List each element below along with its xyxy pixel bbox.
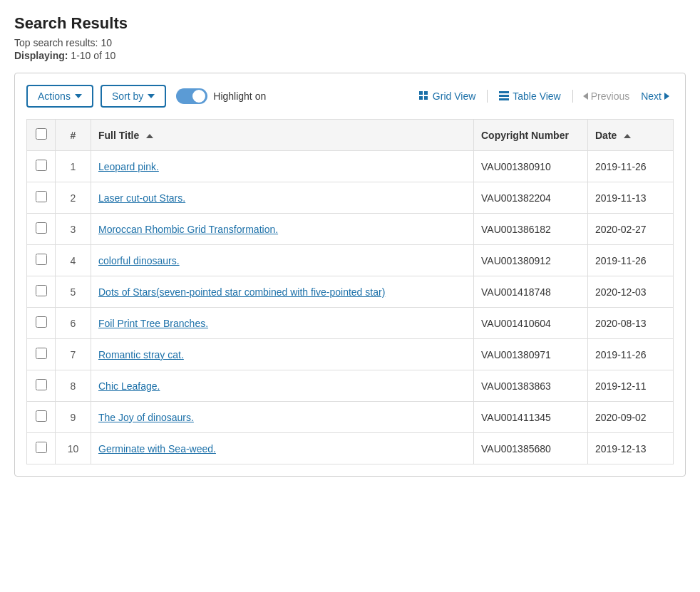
- grid-view-button[interactable]: Grid View: [413, 88, 481, 105]
- results-table: # Full Title Copyright Number Date: [26, 119, 674, 464]
- table-row: 2Laser cut-out Stars.VAU0013822042019-11…: [27, 182, 674, 214]
- actions-chevron-icon: [75, 94, 82, 98]
- row-checkbox-cell: [27, 182, 56, 214]
- row-title-link[interactable]: Germinate with Sea-weed.: [98, 443, 216, 455]
- table-row: 9The Joy of dinosaurs.VAU0014113452020-0…: [27, 402, 674, 433]
- row-checkbox[interactable]: [36, 379, 47, 390]
- row-checkbox[interactable]: [36, 442, 47, 453]
- table-wrapper: # Full Title Copyright Number Date: [26, 119, 674, 464]
- row-title: colorful dinosaurs.: [91, 245, 474, 276]
- row-checkbox-cell: [27, 151, 56, 182]
- page-title: Search Results: [14, 14, 686, 33]
- row-checkbox[interactable]: [36, 316, 47, 328]
- row-number: 1: [56, 151, 91, 182]
- row-title: Foil Print Tree Branches.: [91, 308, 474, 339]
- view-divider: [487, 90, 488, 103]
- table-row: 8Chic Leafage.VAU0013838632019-12-11: [27, 370, 674, 402]
- row-title-link[interactable]: Laser cut-out Stars.: [98, 192, 185, 204]
- table-view-button[interactable]: Table View: [493, 88, 566, 105]
- row-title: Dots of Stars(seven-pointed star combine…: [91, 276, 474, 308]
- row-title-link[interactable]: Leopard pink.: [98, 161, 159, 172]
- header-checkbox-cell: [27, 120, 56, 151]
- row-title-link[interactable]: Moroccan Rhombic Grid Transformation.: [98, 224, 278, 235]
- grid-icon: [419, 91, 429, 101]
- row-checkbox[interactable]: [36, 285, 47, 296]
- actions-button[interactable]: Actions: [26, 85, 93, 108]
- header-full-title[interactable]: Full Title: [91, 120, 474, 151]
- row-checkbox[interactable]: [36, 410, 47, 422]
- row-checkbox[interactable]: [36, 191, 47, 202]
- row-title: Chic Leafage.: [91, 370, 474, 402]
- table-row: 5Dots of Stars(seven-pointed star combin…: [27, 276, 674, 308]
- row-copyright: VAU001380971: [474, 339, 588, 370]
- row-title: Romantic stray cat.: [91, 339, 474, 370]
- row-title-link[interactable]: Romantic stray cat.: [98, 349, 184, 360]
- row-number: 10: [56, 433, 91, 464]
- row-date: 2019-12-13: [588, 433, 674, 464]
- row-number: 3: [56, 214, 91, 245]
- row-copyright: VAU001382204: [474, 182, 588, 214]
- svg-rect-4: [499, 91, 509, 93]
- table-header: # Full Title Copyright Number Date: [27, 120, 674, 151]
- sort-by-button[interactable]: Sort by: [101, 85, 166, 108]
- highlight-toggle-wrapper: Highlight on: [176, 88, 266, 104]
- row-checkbox-cell: [27, 402, 56, 433]
- row-checkbox[interactable]: [36, 222, 47, 234]
- row-title-link[interactable]: Dots of Stars(seven-pointed star combine…: [98, 286, 385, 298]
- row-title-link[interactable]: The Joy of dinosaurs.: [98, 412, 194, 423]
- toolbar-right: Grid View Table View Previous Next: [413, 88, 674, 105]
- table-row: 3Moroccan Rhombic Grid Transformation.VA…: [27, 214, 674, 245]
- row-title-link[interactable]: Foil Print Tree Branches.: [98, 318, 208, 329]
- table-row: 6Foil Print Tree Branches.VAU00141060420…: [27, 308, 674, 339]
- row-checkbox[interactable]: [36, 254, 47, 265]
- header-date[interactable]: Date: [588, 120, 674, 151]
- row-title-link[interactable]: Chic Leafage.: [98, 380, 160, 392]
- row-number: 6: [56, 308, 91, 339]
- select-all-checkbox[interactable]: [36, 128, 47, 140]
- pagination-divider: [572, 90, 573, 103]
- next-button[interactable]: Next: [637, 88, 674, 105]
- table-body: 1Leopard pink.VAU0013809102019-11-262Las…: [27, 151, 674, 464]
- row-number: 5: [56, 276, 91, 308]
- row-date: 2020-02-27: [588, 214, 674, 245]
- row-date: 2019-11-13: [588, 182, 674, 214]
- row-checkbox[interactable]: [36, 160, 47, 171]
- row-copyright: VAU001380910: [474, 151, 588, 182]
- row-date: 2020-12-03: [588, 276, 674, 308]
- actions-label: Actions: [38, 90, 71, 102]
- row-checkbox-cell: [27, 308, 56, 339]
- row-copyright: VAU001385680: [474, 433, 588, 464]
- toolbar: Actions Sort by Highlight on Grid: [26, 85, 674, 108]
- row-date: 2020-09-02: [588, 402, 674, 433]
- title-sort-icon: [146, 130, 153, 141]
- row-number: 8: [56, 370, 91, 402]
- table-row: 4colorful dinosaurs.VAU0013809122019-11-…: [27, 245, 674, 276]
- row-checkbox-cell: [27, 276, 56, 308]
- row-copyright: VAU001386182: [474, 214, 588, 245]
- row-title: Leopard pink.: [91, 151, 474, 182]
- svg-rect-1: [424, 91, 428, 95]
- header-copyright-number: Copyright Number: [474, 120, 588, 151]
- sort-by-label: Sort by: [112, 90, 143, 102]
- row-copyright: VAU001418748: [474, 276, 588, 308]
- row-number: 4: [56, 245, 91, 276]
- row-date: 2019-11-26: [588, 151, 674, 182]
- row-checkbox-cell: [27, 214, 56, 245]
- row-title: Germinate with Sea-weed.: [91, 433, 474, 464]
- previous-arrow-icon: [583, 93, 588, 100]
- svg-rect-2: [419, 96, 423, 100]
- previous-button[interactable]: Previous: [579, 88, 634, 105]
- row-title-link[interactable]: colorful dinosaurs.: [98, 255, 180, 266]
- row-checkbox[interactable]: [36, 348, 47, 359]
- table-icon: [499, 91, 509, 101]
- svg-rect-0: [419, 91, 423, 95]
- row-date: 2019-11-26: [588, 245, 674, 276]
- row-checkbox-cell: [27, 339, 56, 370]
- highlight-toggle[interactable]: [176, 88, 207, 104]
- row-date: 2019-12-11: [588, 370, 674, 402]
- row-title: Moroccan Rhombic Grid Transformation.: [91, 214, 474, 245]
- row-number: 2: [56, 182, 91, 214]
- row-title: The Joy of dinosaurs.: [91, 402, 474, 433]
- row-checkbox-cell: [27, 370, 56, 402]
- svg-rect-6: [499, 98, 509, 100]
